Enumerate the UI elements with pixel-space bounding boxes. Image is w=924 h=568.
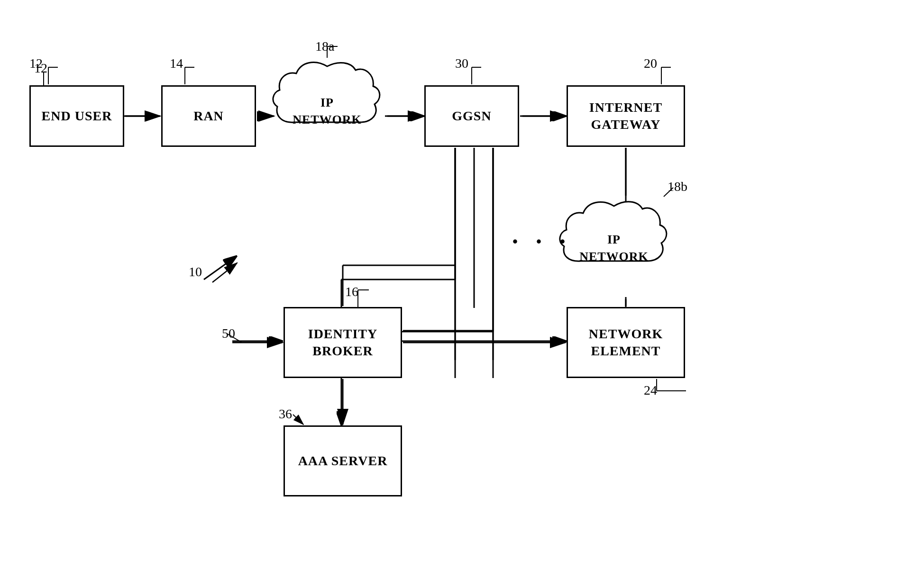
ref-24-text: 24 [644, 383, 657, 398]
ran-box: RAN [161, 85, 256, 147]
ip-network-b-cloud: IPNETWORK [555, 197, 673, 296]
ref-18a-text: 18a [315, 39, 334, 54]
end-user-box: END USER [29, 85, 124, 147]
svg-line-21 [204, 256, 237, 279]
ip-network-a-label: IPNETWORK [293, 94, 362, 129]
ref-12-text: 12 [29, 56, 43, 71]
internet-gateway-box: INTERNET GATEWAY [567, 85, 685, 147]
network-element-label: NETWORK ELEMENT [568, 325, 684, 360]
ip-network-a-cloud: IPNETWORK [268, 57, 386, 161]
ref-36-text: 36 [279, 406, 292, 422]
internet-gateway-label: INTERNET GATEWAY [568, 99, 684, 134]
ref-20-text: 20 [644, 56, 657, 71]
end-user-label: END USER [42, 108, 112, 125]
ref-10-text: 10 [189, 264, 202, 279]
identity-broker-box: IDENTITY BROKER [284, 307, 402, 378]
ref-30-text: 30 [455, 56, 468, 71]
ggsn-label: GGSN [452, 108, 491, 125]
aaa-server-box: AAA SERVER [284, 425, 402, 496]
diagram-container: END USER RAN IPNETWORK GGSN INTERNET GAT… [0, 0, 924, 568]
aaa-server-label: AAA SERVER [298, 452, 388, 469]
svg-line-40 [212, 263, 237, 282]
identity-broker-label: IDENTITY BROKER [285, 325, 401, 360]
continuation-dots: · · · [512, 227, 571, 255]
ref-16-text: 16 [345, 284, 358, 299]
ip-network-b-label: IPNETWORK [579, 231, 649, 266]
ref-50-text: 50 [222, 326, 235, 341]
ref-18b-text: 18b [668, 179, 687, 194]
ggsn-box: GGSN [424, 85, 519, 147]
network-element-box: NETWORK ELEMENT [567, 307, 685, 378]
ref-14-text: 14 [170, 56, 183, 71]
svg-line-54 [293, 415, 303, 424]
ran-label: RAN [193, 108, 224, 125]
